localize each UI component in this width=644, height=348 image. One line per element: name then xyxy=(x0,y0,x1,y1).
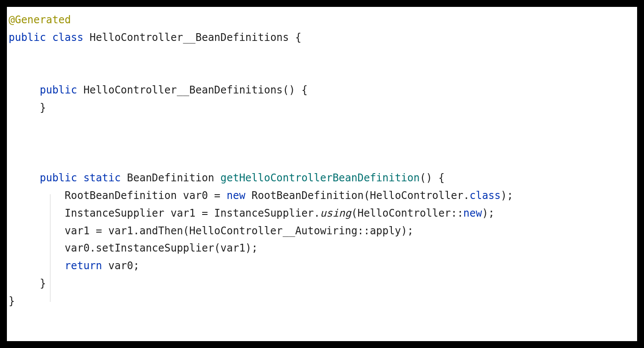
code-line-constructor-close: } xyxy=(9,99,635,117)
code-line-body-4: var0.setInstanceSupplier(var1); xyxy=(9,239,635,257)
code-line-blank xyxy=(9,64,635,81)
code-line-body-5: return var0; xyxy=(9,257,635,275)
code-line-blank xyxy=(9,134,635,152)
code-editor: @Generated public class HelloController_… xyxy=(7,7,637,341)
code-line-annotation: @Generated xyxy=(9,11,635,29)
code-line-method-close: } xyxy=(9,275,635,292)
code-line-method-decl: public static BeanDefinition getHelloCon… xyxy=(9,169,635,187)
indent-guide xyxy=(50,194,50,302)
code-line-class-close: } xyxy=(9,292,635,310)
code-line-body-3: var1 = var1.andThen(HelloController__Aut… xyxy=(9,222,635,240)
code-line-blank xyxy=(9,117,635,134)
code-line-constructor: public HelloController__BeanDefinitions(… xyxy=(9,81,635,99)
code-line-body-1: RootBeanDefinition var0 = new RootBeanDe… xyxy=(9,187,635,205)
code-line-class-decl: public class HelloController__BeanDefini… xyxy=(9,29,635,47)
code-line-blank xyxy=(9,152,635,169)
code-line-blank xyxy=(9,47,635,64)
annotation: @Generated xyxy=(9,14,71,26)
code-line-body-2: InstanceSupplier var1 = InstanceSupplier… xyxy=(9,205,635,222)
